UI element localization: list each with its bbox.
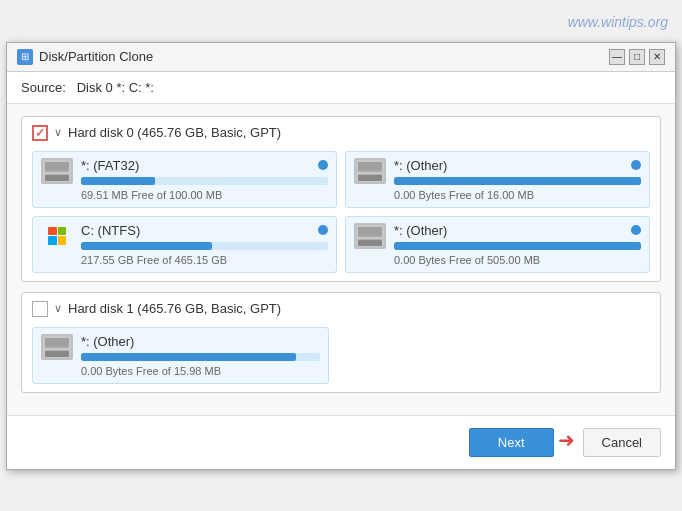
title-bar: ⊞ Disk/Partition Clone — □ ✕ — [7, 43, 675, 72]
window-icon: ⊞ — [17, 49, 33, 65]
partition-ntfs-free: 217.55 GB Free of 465.15 GB — [81, 254, 328, 266]
svg-rect-14 — [45, 350, 69, 356]
watermark-text: www.wintips.org — [568, 14, 668, 30]
partition-other2-name: *: (Other) — [394, 223, 447, 238]
main-window: ⊞ Disk/Partition Clone — □ ✕ Source: Dis… — [6, 42, 676, 470]
partition-other1-dot — [631, 160, 641, 170]
disk0-section: ✓ ∨ Hard disk 0 (465.76 GB, Basic, GPT) — [21, 116, 661, 282]
drive-icon3 — [354, 223, 386, 249]
partition-fat32-free: 69.51 MB Free of 100.00 MB — [81, 189, 328, 201]
partition-other2-info: *: (Other) 0.00 Bytes Free of 505.00 MB — [394, 223, 641, 266]
disk1-partitions: *: (Other) 0.00 Bytes Free of 15.98 MB — [32, 327, 650, 384]
partition-other2-free: 0.00 Bytes Free of 505.00 MB — [394, 254, 641, 266]
disk0-header: ✓ ∨ Hard disk 0 (465.76 GB, Basic, GPT) — [32, 125, 650, 141]
svg-rect-5 — [358, 162, 382, 172]
partition-disk1-other[interactable]: *: (Other) 0.00 Bytes Free of 15.98 MB — [32, 327, 329, 384]
partition-ntfs-info: C: (NTFS) 217.55 GB Free of 465.15 GB — [81, 223, 328, 266]
drive-icon — [41, 158, 73, 184]
close-button[interactable]: ✕ — [649, 49, 665, 65]
partition-ntfs-progress-fill — [81, 242, 212, 250]
disk0-checkbox[interactable]: ✓ — [32, 125, 48, 141]
partition-other1-name: *: (Other) — [394, 158, 447, 173]
partition-other2-progress-bg — [394, 242, 641, 250]
partition-fat32-progress-fill — [81, 177, 155, 185]
drive-icon2 — [354, 158, 386, 184]
partition-fat32[interactable]: *: (FAT32) 69.51 MB Free of 100.00 MB — [32, 151, 337, 208]
partition-other1-progress-fill — [394, 177, 641, 185]
partition-other1-progress-bg — [394, 177, 641, 185]
footer: Next ➜ Cancel — [7, 415, 675, 469]
windows-icon — [41, 223, 73, 249]
partition-disk1-other-progress-fill — [81, 353, 296, 361]
partition-other2-progress-fill — [394, 242, 641, 250]
svg-point-3 — [63, 175, 67, 179]
partition-disk1-other-progress-bg — [81, 353, 320, 361]
source-row: Source: Disk 0 *: C: *: — [7, 72, 675, 104]
partition-other2[interactable]: *: (Other) 0.00 Bytes Free of 505.00 MB — [345, 216, 650, 273]
next-button[interactable]: Next — [469, 428, 554, 457]
disk1-section: ∨ Hard disk 1 (465.76 GB, Basic, GPT) — [21, 292, 661, 393]
partition-fat32-name: *: (FAT32) — [81, 158, 139, 173]
svg-rect-1 — [45, 162, 69, 172]
svg-rect-10 — [358, 239, 382, 245]
window-controls: — □ ✕ — [609, 49, 665, 65]
minimize-button[interactable]: — — [609, 49, 625, 65]
drive-icon4 — [41, 334, 73, 360]
disk1-header: ∨ Hard disk 1 (465.76 GB, Basic, GPT) — [32, 301, 650, 317]
partition-ntfs[interactable]: C: (NTFS) 217.55 GB Free of 465.15 GB — [32, 216, 337, 273]
partition-disk1-other-name: *: (Other) — [81, 334, 134, 349]
source-label: Source: — [21, 80, 66, 95]
maximize-button[interactable]: □ — [629, 49, 645, 65]
partition-ntfs-dot — [318, 225, 328, 235]
svg-rect-13 — [45, 338, 69, 348]
disk0-chevron-icon[interactable]: ∨ — [54, 126, 62, 139]
partition-other1-info: *: (Other) 0.00 Bytes Free of 16.00 MB — [394, 158, 641, 201]
partition-disk1-other-info: *: (Other) 0.00 Bytes Free of 15.98 MB — [81, 334, 320, 377]
partition-ntfs-name: C: (NTFS) — [81, 223, 140, 238]
disk0-title: Hard disk 0 (465.76 GB, Basic, GPT) — [68, 125, 281, 140]
disk1-checkbox[interactable] — [32, 301, 48, 317]
partition-fat32-progress-bg — [81, 177, 328, 185]
disk1-chevron-icon[interactable]: ∨ — [54, 302, 62, 315]
checkmark-icon: ✓ — [35, 127, 45, 139]
svg-rect-2 — [45, 174, 69, 180]
partition-fat32-info: *: (FAT32) 69.51 MB Free of 100.00 MB — [81, 158, 328, 201]
partition-ntfs-progress-bg — [81, 242, 328, 250]
window-title: Disk/Partition Clone — [39, 49, 153, 64]
source-value: Disk 0 *: C: *: — [77, 80, 154, 95]
arrow-icon: ➜ — [558, 428, 575, 457]
svg-point-7 — [376, 175, 380, 179]
partition-other1-free: 0.00 Bytes Free of 16.00 MB — [394, 189, 641, 201]
svg-rect-6 — [358, 174, 382, 180]
cancel-button[interactable]: Cancel — [583, 428, 661, 457]
svg-point-11 — [376, 240, 380, 244]
partition-other1[interactable]: *: (Other) 0.00 Bytes Free of 16.00 MB — [345, 151, 650, 208]
content-area: ✓ ∨ Hard disk 0 (465.76 GB, Basic, GPT) — [7, 104, 675, 415]
svg-point-15 — [63, 351, 67, 355]
partition-fat32-dot — [318, 160, 328, 170]
partition-disk1-other-free: 0.00 Bytes Free of 15.98 MB — [81, 365, 320, 377]
partition-other2-dot — [631, 225, 641, 235]
disk0-partitions-grid: *: (FAT32) 69.51 MB Free of 100.00 MB — [32, 151, 650, 273]
disk1-title: Hard disk 1 (465.76 GB, Basic, GPT) — [68, 301, 281, 316]
svg-rect-9 — [358, 227, 382, 237]
